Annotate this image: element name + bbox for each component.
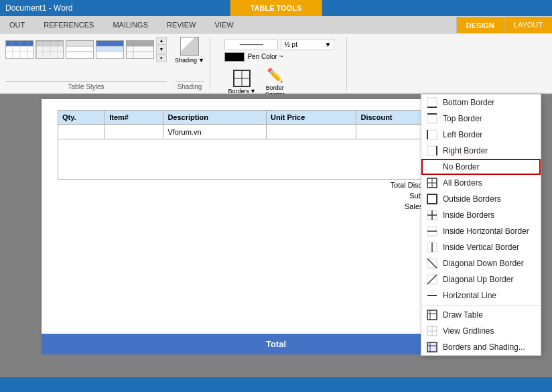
menu-item-borders-shading[interactable]: Borders and Shading... [421, 339, 541, 355]
menu-item-top-border[interactable]: Top Border [421, 111, 541, 127]
table-styles-group: ▲ ▼ ▾ Table Styles [5, 37, 167, 90]
shading-group-label: Shading [175, 81, 204, 90]
outside-borders-icon [427, 194, 437, 204]
ribbon-tabs: OUT REFERENCES MAILINGS REVIEW VIEW DESI… [0, 16, 552, 34]
borders-ribbon-group: ───── ½ pt ▼ Pen Color ~ Borders▼ [213, 37, 347, 90]
svg-rect-62 [427, 342, 437, 352]
table-style-1[interactable] [5, 40, 33, 59]
table-style-2[interactable] [36, 40, 64, 59]
table-styles-label: Table Styles [5, 81, 167, 90]
col-item: Item# [105, 111, 163, 125]
menu-item-draw-table[interactable]: Draw Table [421, 307, 541, 323]
svg-rect-56 [427, 310, 437, 320]
table-style-5[interactable] [126, 40, 154, 59]
svg-rect-20 [96, 46, 124, 52]
tab-review[interactable]: REVIEW [157, 17, 205, 33]
table-style-4[interactable] [96, 40, 124, 59]
svg-rect-35 [427, 130, 437, 139]
tab-view[interactable]: VIEW [205, 17, 243, 33]
tab-mailings[interactable]: MAILINGS [103, 17, 157, 33]
menu-item-view-gridlines[interactable]: View Gridlines [421, 323, 541, 339]
subtotal-label: Subtotal [58, 190, 441, 201]
svg-line-52 [427, 259, 437, 268]
borders-icon [232, 69, 251, 88]
svg-rect-24 [127, 41, 154, 46]
svg-rect-19 [96, 41, 124, 46]
horizontal-line-icon [427, 290, 437, 301]
right-border-icon [427, 145, 437, 156]
col-unit-price: Unit Price [267, 111, 356, 125]
svg-rect-7 [36, 41, 64, 46]
status-bar [0, 377, 552, 392]
pen-color-indicator [224, 52, 245, 62]
menu-item-horizontal-line[interactable]: Horizontal Line [421, 287, 541, 304]
tab-layout[interactable]: LAYOUT [504, 17, 552, 33]
svg-rect-33 [427, 114, 437, 123]
description-cell: Vforum.vn [163, 125, 267, 139]
all-borders-icon [427, 178, 437, 188]
total-discount-label: Total Discount [58, 180, 441, 191]
no-border-icon [427, 161, 437, 172]
shading-label: Shading ▼ [175, 57, 204, 64]
borders-dropdown-button[interactable]: Borders▼ [224, 67, 259, 96]
menu-item-all-borders[interactable]: All Borders [421, 175, 541, 191]
diagonal-down-icon [427, 258, 437, 269]
inside-v-border-icon [427, 242, 437, 253]
scroll-more-btn[interactable]: ▾ [156, 54, 167, 62]
menu-item-inside-borders[interactable]: Inside Borders [421, 207, 541, 223]
shading-button[interactable]: Shading ▼ [175, 37, 204, 64]
borders-shading-icon [427, 342, 437, 352]
draw-table-icon [427, 310, 437, 320]
sales-tax-label: Sales Tax [58, 201, 441, 212]
title-bar: Document1 - Word TABLE TOOLS [0, 0, 552, 16]
menu-item-bottom-border[interactable]: Bottom Border [421, 94, 541, 111]
top-border-icon [427, 113, 437, 124]
svg-rect-39 [427, 162, 437, 172]
tab-design[interactable]: DESIGN [456, 17, 504, 33]
menu-item-no-border[interactable]: No Border [421, 159, 541, 175]
tab-references[interactable]: REFERENCES [34, 17, 103, 33]
inside-borders-icon [427, 210, 437, 220]
style-scroll-buttons[interactable]: ▲ ▼ ▾ [156, 37, 167, 62]
painter-icon: ✏️ [265, 66, 284, 84]
svg-line-54 [427, 275, 437, 284]
border-style-selector[interactable]: ───── [224, 40, 278, 50]
menu-item-inside-horizontal[interactable]: Inside Horizontal Border [421, 223, 541, 239]
ribbon: ▲ ▼ ▾ Table Styles Shading ▼ Shading ───… [0, 34, 552, 94]
menu-item-left-border[interactable]: Left Border [421, 127, 541, 143]
left-border-icon [427, 129, 437, 140]
table-style-3[interactable] [66, 40, 94, 59]
svg-rect-31 [427, 98, 437, 107]
menu-separator-1 [421, 305, 541, 306]
svg-rect-17 [66, 41, 94, 46]
borders-dropdown-menu: Bottom Border Top Border Left Border Rig… [421, 94, 541, 356]
pen-color-button[interactable]: Pen Color ~ [247, 53, 283, 60]
scroll-down-btn[interactable]: ▼ [156, 46, 167, 54]
bottom-border-icon [427, 97, 437, 108]
tab-out[interactable]: OUT [0, 17, 34, 33]
border-width-selector[interactable]: ½ pt ▼ [281, 40, 334, 50]
inside-h-border-icon [427, 226, 437, 237]
document-title: Document1 - Word [5, 3, 72, 13]
scroll-up-btn[interactable]: ▲ [156, 37, 167, 45]
diagonal-up-icon [427, 274, 437, 285]
menu-item-right-border[interactable]: Right Border [421, 143, 541, 159]
table-tools-label: TABLE TOOLS [230, 0, 322, 16]
col-description: Description [163, 111, 267, 125]
shading-group: Shading ▼ Shading [169, 37, 210, 90]
menu-item-inside-vertical[interactable]: Inside Vertical Border [421, 239, 541, 255]
menu-item-diagonal-down[interactable]: Diagonal Down Border [421, 255, 541, 271]
svg-rect-43 [427, 194, 437, 204]
view-gridlines-icon [427, 326, 437, 336]
svg-rect-0 [6, 41, 33, 46]
shading-icon [180, 37, 199, 56]
menu-item-outside-borders[interactable]: Outside Borders [421, 191, 541, 207]
svg-rect-37 [427, 146, 437, 155]
menu-item-diagonal-up[interactable]: Diagonal Up Border [421, 271, 541, 287]
col-qty: Qty. [58, 111, 105, 125]
